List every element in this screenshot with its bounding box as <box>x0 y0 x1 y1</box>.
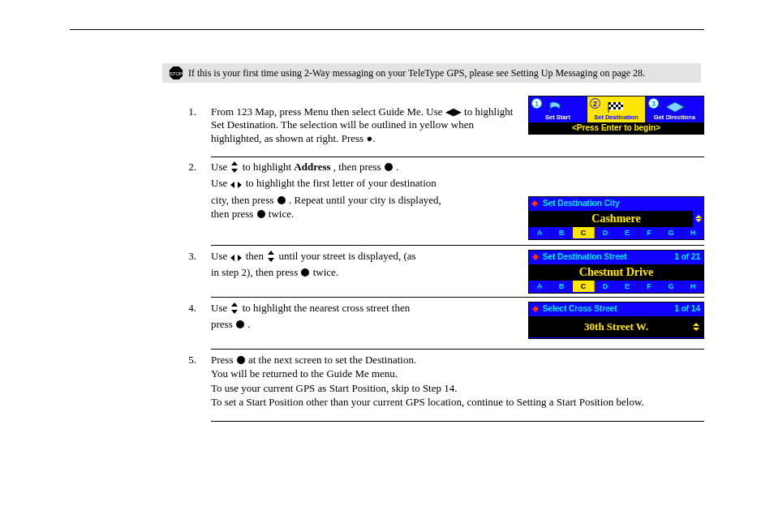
tab-number-2: 2 <box>590 98 600 109</box>
cross-title: Select Cross Street <box>543 304 617 313</box>
svg-marker-13 <box>666 102 684 112</box>
svg-marker-23 <box>532 254 539 260</box>
step-1-number: 1. <box>167 105 196 118</box>
tab-label-3: Get Directions <box>654 114 695 121</box>
step-1-text: From 123 Map, press Menu then select Gui… <box>211 105 519 145</box>
scroll-up-down-icon[interactable] <box>693 211 704 227</box>
svg-marker-22 <box>268 258 274 262</box>
svg-rect-7 <box>616 105 618 107</box>
enter-button-icon <box>257 210 265 218</box>
arrow-up-down-icon <box>230 302 239 317</box>
city-panel: Set Destination City Cashmere A B C D E … <box>528 196 704 240</box>
svg-rect-4 <box>613 102 616 105</box>
svg-rect-11 <box>618 107 621 109</box>
step-4-number: 4. <box>167 302 196 315</box>
svg-marker-18 <box>531 200 538 207</box>
city-alpha-row[interactable]: A B C D E F G H <box>529 227 703 238</box>
street-alpha-row[interactable]: A B C D E F G H <box>529 281 703 292</box>
svg-rect-8 <box>621 105 623 107</box>
street-title: Set Destination Street <box>543 252 627 261</box>
arrow-left-right-icon <box>230 252 242 265</box>
cross-count: 1 of 14 <box>674 304 700 315</box>
tab-number-1: 1 <box>531 98 542 109</box>
svg-marker-19 <box>230 255 234 261</box>
arrow-up-down-icon <box>267 251 275 265</box>
tab-number-3: 3 <box>648 98 659 109</box>
svg-marker-26 <box>532 306 539 312</box>
svg-rect-6 <box>611 105 613 107</box>
cross-street-panel: Select Cross Street 1 of 14 30th Street … <box>528 302 704 339</box>
diamond-icon <box>665 101 685 113</box>
enter-button-icon <box>385 163 393 171</box>
guide-footer: <Press Enter to begin> <box>529 122 703 134</box>
guide-tab-3[interactable]: 3 Get Directions <box>646 97 703 122</box>
guide-tab-2[interactable]: 2 Set Destination <box>587 97 646 122</box>
svg-text:STOP: STOP <box>170 71 183 76</box>
arrow-left-right-icon <box>230 179 242 192</box>
step-5-body: Press at the next screen to set the Dest… <box>211 354 704 409</box>
rule-3 <box>211 297 704 298</box>
checkered-flag-icon <box>607 101 626 113</box>
street-panel: Set Destination Street 1 of 21 Chestnut … <box>528 250 704 294</box>
rule-2 <box>211 245 704 246</box>
step-2-number: 2. <box>167 161 196 174</box>
city-value: Cashmere <box>529 211 703 227</box>
svg-marker-21 <box>268 251 274 255</box>
step-5-number: 5. <box>167 354 196 367</box>
stop-icon: STOP <box>169 66 183 80</box>
flag-icon <box>548 101 568 113</box>
street-value: Chestnut Drive <box>529 264 703 281</box>
svg-rect-10 <box>613 107 616 109</box>
street-count: 1 of 21 <box>674 252 700 263</box>
scroll-up-down-icon[interactable] <box>691 316 701 337</box>
rule-top <box>70 29 704 30</box>
enter-button-icon <box>277 196 286 204</box>
svg-marker-17 <box>238 182 242 188</box>
svg-marker-16 <box>230 182 234 188</box>
city-title: Set Destination City <box>543 199 619 209</box>
step-3-number: 3. <box>167 250 196 263</box>
rule-1 <box>211 157 704 157</box>
svg-marker-14 <box>231 161 238 165</box>
guide-me-panel: 1 Set Start 2 <box>528 96 704 135</box>
arrow-up-down-icon <box>230 161 239 176</box>
svg-marker-25 <box>231 310 238 314</box>
enter-button-icon <box>236 320 244 328</box>
banner-text: If this is your first time using 2-Way m… <box>188 67 645 79</box>
svg-marker-15 <box>231 169 238 173</box>
pin-icon <box>531 200 538 207</box>
svg-marker-24 <box>231 302 238 307</box>
tab-label-2: Set Destination <box>594 114 639 121</box>
guide-tab-1[interactable]: 1 Set Start <box>529 97 587 122</box>
svg-marker-20 <box>238 255 242 261</box>
tab-label-1: Set Start <box>545 114 570 121</box>
cross-value: 30th Street W. <box>529 316 703 337</box>
rule-bottom <box>211 421 704 422</box>
enter-button-icon <box>237 356 245 364</box>
stop-banner: STOP If this is your first time using 2-… <box>162 63 701 83</box>
pin-icon <box>532 306 539 312</box>
enter-button-icon <box>301 268 309 277</box>
rule-4 <box>211 349 704 350</box>
pin-icon <box>532 254 539 260</box>
svg-rect-5 <box>618 102 621 105</box>
